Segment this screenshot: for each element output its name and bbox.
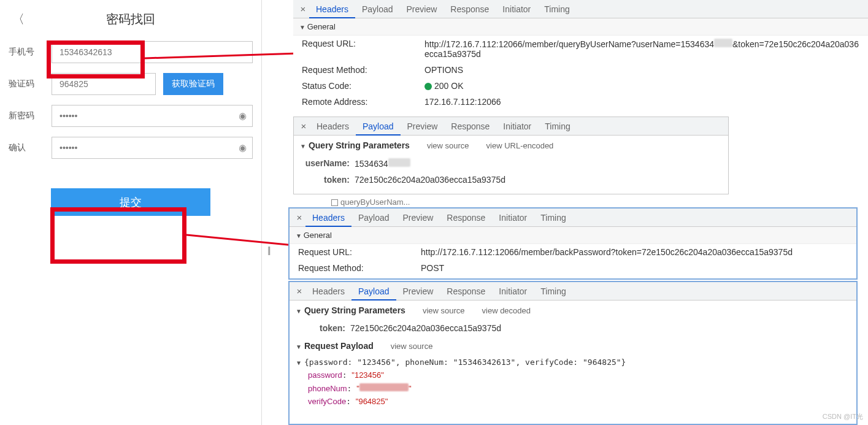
code-input[interactable] bbox=[52, 73, 156, 95]
newpwd-row: 新密码 ◉ bbox=[0, 100, 261, 132]
tab-payload[interactable]: Payload bbox=[351, 209, 396, 227]
view-decoded-link[interactable]: view decoded bbox=[482, 306, 531, 315]
devtools-panel-4: × Headers Payload Preview Response Initi… bbox=[288, 281, 858, 425]
eye-icon[interactable]: ◉ bbox=[239, 110, 247, 121]
tab-response[interactable]: Response bbox=[440, 282, 492, 301]
tab-initiator[interactable]: Initiator bbox=[492, 282, 534, 301]
tab-preview[interactable]: Preview bbox=[396, 282, 440, 301]
close-icon[interactable]: × bbox=[297, 4, 309, 14]
devtools-panel-2: × Headers Payload Preview Response Initi… bbox=[293, 117, 729, 194]
req-url-label: Request URL: bbox=[298, 247, 421, 257]
tab-initiator[interactable]: Initiator bbox=[492, 209, 534, 227]
status-value: 200 OK bbox=[424, 81, 859, 91]
drag-handle-icon[interactable]: || bbox=[267, 245, 269, 255]
network-request-item[interactable]: queryByUserNam... bbox=[331, 197, 410, 207]
tab-headers[interactable]: Headers bbox=[310, 117, 356, 136]
eye-icon[interactable]: ◉ bbox=[239, 142, 247, 153]
req-url-value: http://172.16.7.112:12066/member/queryBy… bbox=[424, 39, 859, 59]
tab-payload[interactable]: Payload bbox=[355, 0, 400, 18]
close-icon[interactable]: × bbox=[293, 212, 305, 223]
qsp-header[interactable]: Query String Parametersview sourceview d… bbox=[290, 301, 856, 320]
status-label: Status Code: bbox=[302, 81, 424, 91]
remote-label: Remote Address: bbox=[302, 97, 424, 107]
tab-preview[interactable]: Preview bbox=[401, 117, 445, 136]
confirm-input[interactable] bbox=[52, 137, 253, 159]
payload-password: password: "123456" bbox=[290, 369, 856, 381]
req-url-value: http://172.16.7.112:12066/member/backPas… bbox=[421, 247, 848, 257]
req-method-value: OPTIONS bbox=[424, 65, 859, 75]
newpwd-input[interactable] bbox=[52, 105, 253, 127]
view-source-link[interactable]: view source bbox=[391, 342, 433, 351]
tab-preview[interactable]: Preview bbox=[400, 0, 444, 18]
view-source-link[interactable]: view source bbox=[423, 306, 465, 315]
qsp-header[interactable]: Query String Parametersview sourceview U… bbox=[294, 136, 728, 155]
req-method-label: Request Method: bbox=[302, 65, 424, 75]
tab-headers[interactable]: Headers bbox=[305, 209, 351, 227]
close-icon[interactable]: × bbox=[298, 121, 310, 131]
tab-payload[interactable]: Payload bbox=[351, 282, 396, 301]
username-key: userName: bbox=[302, 158, 355, 169]
confirm-row: 确认 ◉ bbox=[0, 132, 261, 164]
req-method-value: POST bbox=[421, 263, 848, 273]
remote-value: 172.16.7.112:12066 bbox=[424, 97, 859, 107]
status-dot-icon bbox=[424, 83, 432, 90]
phone-row: 手机号 bbox=[0, 36, 261, 68]
newpwd-label: 新密码 bbox=[9, 110, 52, 121]
code-row: 验证码 获取验证码 bbox=[0, 68, 261, 100]
token-key: token: bbox=[298, 323, 350, 333]
get-code-button[interactable]: 获取验证码 bbox=[163, 73, 223, 95]
tab-timing[interactable]: Timing bbox=[534, 282, 573, 301]
watermark: CSDN @IT光 bbox=[823, 412, 863, 421]
view-source-link[interactable]: view source bbox=[427, 141, 469, 150]
username-value: 1534634 bbox=[355, 158, 720, 169]
tab-initiator[interactable]: Initiator bbox=[496, 0, 537, 18]
tab-response[interactable]: Response bbox=[444, 117, 496, 136]
payload-verifycode: verifyCode: "964825" bbox=[290, 395, 856, 408]
request-payload-header[interactable]: Request Payloadview source bbox=[290, 336, 856, 356]
general-section[interactable]: General bbox=[293, 18, 868, 36]
tab-headers[interactable]: Headers bbox=[305, 282, 351, 301]
tab-payload[interactable]: Payload bbox=[356, 117, 401, 136]
code-label: 验证码 bbox=[9, 78, 52, 90]
req-method-label: Request Method: bbox=[298, 263, 421, 273]
token-value: 72e150c26c204a20a036ecca15a9375d bbox=[350, 323, 848, 333]
tab-response[interactable]: Response bbox=[440, 209, 492, 227]
devtools-panel-3: × Headers Payload Preview Response Initi… bbox=[288, 207, 858, 280]
token-key: token: bbox=[302, 175, 355, 185]
form-header: 〈 密码找回 bbox=[0, 0, 261, 36]
general-section[interactable]: General bbox=[290, 227, 856, 244]
req-url-label: Request URL: bbox=[302, 39, 424, 59]
tab-timing[interactable]: Timing bbox=[537, 0, 577, 18]
devtools-panel-1: × Headers Payload Preview Response Initi… bbox=[293, 0, 868, 117]
submit-button[interactable]: 提交 bbox=[51, 188, 210, 216]
phone-input[interactable] bbox=[52, 41, 253, 63]
tab-timing[interactable]: Timing bbox=[538, 117, 577, 136]
close-icon[interactable]: × bbox=[293, 286, 305, 296]
payload-phonenum: phoneNum: "" bbox=[290, 381, 856, 395]
page-title: 密码找回 bbox=[12, 11, 249, 28]
confirm-label: 确认 bbox=[9, 142, 52, 153]
tab-headers[interactable]: Headers bbox=[309, 0, 355, 18]
devtools-tabs: × Headers Payload Preview Response Initi… bbox=[293, 0, 868, 18]
token-value: 72e150c26c204a20a036ecca15a9375d bbox=[355, 175, 720, 185]
tab-initiator[interactable]: Initiator bbox=[496, 117, 538, 136]
payload-raw: {password: "123456", phoneNum: "15346342… bbox=[290, 356, 856, 369]
phone-label: 手机号 bbox=[9, 47, 52, 58]
tab-timing[interactable]: Timing bbox=[534, 209, 573, 227]
view-url-encoded-link[interactable]: view URL-encoded bbox=[486, 141, 554, 150]
tab-response[interactable]: Response bbox=[444, 0, 496, 18]
password-recovery-form: 〈 密码找回 手机号 验证码 获取验证码 新密码 ◉ 确认 ◉ 提交 bbox=[0, 0, 262, 425]
tab-preview[interactable]: Preview bbox=[396, 209, 440, 227]
